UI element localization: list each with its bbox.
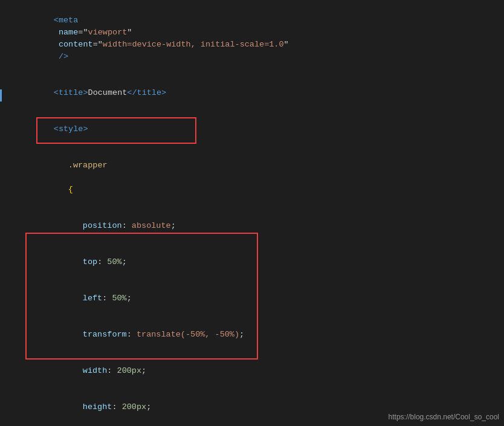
watermark: https://blog.csdn.net/Cool_so_cool [389,413,499,421]
line-top: top: 50%; [0,244,504,280]
line-title: <title>Document</title> [0,75,504,111]
code-editor: <meta name="viewport" content="width=dev… [0,0,504,426]
line-width-200: width: 200px; [0,353,504,389]
code-lines: <meta name="viewport" content="width=dev… [0,0,504,426]
line-transform: transform: translate(-50%, -50%); [0,317,504,353]
line-meta: <meta name="viewport" content="width=dev… [0,2,504,75]
line-wrapper-selector: .wrapper { [0,147,504,208]
line-style-open: <style> [0,111,504,147]
line-left: left: 50%; [0,280,504,317]
line-position: position: absolute; [0,208,504,244]
